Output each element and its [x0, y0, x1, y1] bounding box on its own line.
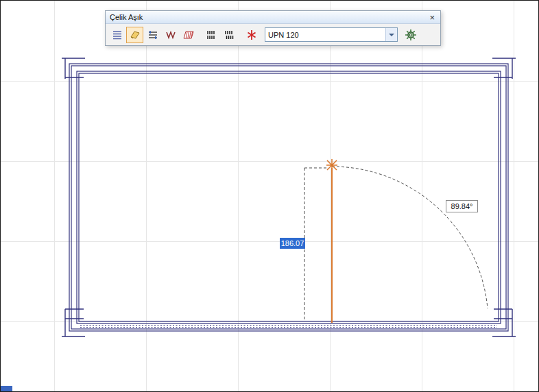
bottom-edge-dotted-band [80, 326, 497, 328]
roof-plane-icon [130, 29, 141, 40]
hscroll-thumb[interactable] [1, 386, 12, 391]
grid-lines [1, 1, 539, 392]
chevron-down-icon[interactable] [385, 28, 397, 41]
dimension-input[interactable]: 186.07 [280, 238, 305, 249]
dense-bars-alt-button[interactable] [220, 27, 237, 43]
red-hatch-button[interactable] [180, 27, 197, 43]
dense-bars-alt-icon [224, 29, 235, 40]
purlin-rows-button[interactable] [108, 27, 125, 43]
snap-marker-icon [326, 159, 337, 171]
close-icon[interactable]: × [428, 13, 436, 22]
dense-bars-icon [206, 29, 217, 40]
celik-asik-dialog: Çelik Aşık × [105, 10, 441, 46]
dialog-titlebar[interactable]: Çelik Aşık × [106, 11, 440, 24]
settings-gear-button[interactable] [402, 27, 419, 43]
red-hatch-icon [183, 29, 194, 40]
profile-value: UPN 120 [265, 31, 385, 39]
dialog-title: Çelik Aşık [110, 13, 428, 21]
roof-plane-button[interactable] [126, 27, 143, 43]
settings-gear-icon [405, 29, 417, 41]
profile-combobox[interactable]: UPN 120 [265, 27, 398, 42]
red-asterisk-button[interactable] [243, 27, 260, 43]
dense-bars-button[interactable] [202, 27, 219, 43]
angle-arc [332, 167, 488, 308]
drawing-canvas[interactable] [1, 1, 539, 392]
bracing-zigzag-icon [165, 29, 176, 40]
steel-frame [69, 64, 508, 331]
purlin-rows-icon [112, 29, 123, 40]
cad-window: 186.07 89.84° Çelik Aşık × [0, 0, 539, 392]
column-symbols [62, 58, 516, 336]
purlin-spacing-button[interactable] [144, 27, 161, 43]
dialog-toolbar: UPN 120 [106, 24, 440, 45]
purlin-spacing-icon [147, 29, 158, 40]
angle-input[interactable]: 89.84° [446, 200, 478, 212]
red-asterisk-icon [246, 29, 257, 40]
bracing-zigzag-button[interactable] [162, 27, 179, 43]
